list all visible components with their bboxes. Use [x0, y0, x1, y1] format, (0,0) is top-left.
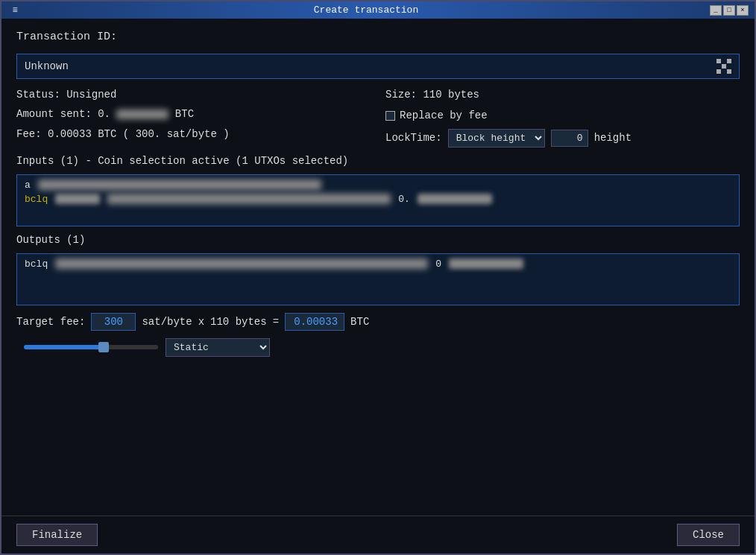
window-controls: _ □ × [710, 5, 749, 16]
equals-symbol: = [273, 316, 279, 328]
maximize-button[interactable]: □ [723, 5, 735, 16]
info-right: Size: 110 bytes Replace by fee LockTime:… [385, 86, 740, 148]
window-content: Transaction ID: Unknown Status: Unsigned… [1, 19, 755, 516]
transaction-id-label: Transaction ID: [16, 31, 740, 43]
info-section: Status: Unsigned Amount sent: 0. BTC Fee… [16, 86, 740, 148]
fee-row: Target fee: sat/byte x 110 bytes = BTC [16, 313, 740, 331]
multiply-symbol: x [198, 316, 204, 328]
transaction-id-field[interactable]: Unknown [16, 54, 740, 79]
outputs-section-title: Outputs (1) [16, 234, 740, 246]
input-amount-blur [418, 194, 492, 204]
input-item-header: a [25, 180, 731, 191]
finalize-button[interactable]: Finalize [16, 524, 98, 546]
locktime-label: LockTime: [385, 132, 442, 144]
btc-unit-label: BTC [350, 316, 369, 328]
slider-row: Static Dynamic Manual [16, 338, 740, 357]
inputs-list-box: a bclq 0. [16, 174, 740, 226]
amount-sent-text: Amount sent: 0. BTC [16, 106, 371, 122]
status-text: Status: Unsigned [16, 86, 371, 103]
transaction-id-value: Unknown [25, 60, 69, 72]
outputs-list-box: bclq 0 [16, 253, 740, 305]
replace-fee-row: Replace by fee [385, 107, 740, 124]
output-amount-blur [449, 259, 523, 269]
amount-blur [116, 110, 168, 119]
btc-result-input[interactable] [285, 313, 344, 331]
sat-value-input[interactable] [91, 313, 136, 331]
menu-icon[interactable]: ≡ [7, 5, 22, 16]
input-bclq-blur [55, 194, 100, 204]
fee-text: Fee: 0.00033 BTC ( 300. sat/byte ) [16, 126, 371, 142]
locktime-unit-label: height [594, 132, 631, 144]
input-addr-start: a [25, 180, 31, 191]
output-item-row[interactable]: bclq 0 [25, 259, 731, 270]
qr-code-icon[interactable] [716, 59, 731, 74]
title-bar: ≡ Create transaction _ □ × [1, 1, 755, 19]
input-item-row[interactable]: bclq 0. [25, 194, 731, 205]
close-button[interactable]: Close [677, 524, 740, 546]
output-addr-blur [55, 259, 428, 269]
fee-type-select[interactable]: Static Dynamic Manual [166, 338, 270, 357]
info-left: Status: Unsigned Amount sent: 0. BTC Fee… [16, 86, 371, 148]
output-amount-prefix: 0 [435, 259, 441, 270]
locktime-row: LockTime: Block height height [385, 129, 740, 148]
main-window: ≡ Create transaction _ □ × Transaction I… [0, 0, 756, 555]
locktime-value-input[interactable] [551, 130, 588, 147]
window-title: Create transaction [22, 4, 710, 16]
input-amount-prefix: 0. [398, 194, 410, 205]
bytes-value-label: 110 bytes [210, 316, 267, 328]
replace-fee-label: Replace by fee [400, 107, 488, 124]
minimize-button[interactable]: _ [710, 5, 722, 16]
size-text: Size: 110 bytes [385, 86, 740, 103]
sat-unit-label: sat/byte [142, 316, 192, 328]
bottom-bar: Finalize Close [1, 516, 755, 554]
input-addr-long-blur [107, 194, 391, 204]
input-addr-blur [38, 180, 321, 190]
replace-fee-checkbox[interactable] [385, 111, 395, 121]
close-window-button[interactable]: × [737, 5, 749, 16]
output-bclq-prefix: bclq [25, 259, 48, 270]
locktime-type-select[interactable]: Block height [448, 129, 545, 148]
target-fee-label: Target fee: [16, 316, 85, 328]
input-bclq-prefix: bclq [25, 194, 48, 205]
inputs-section-title: Inputs (1) - Coin selection active (1 UT… [16, 155, 740, 167]
fee-slider[interactable] [24, 345, 158, 349]
